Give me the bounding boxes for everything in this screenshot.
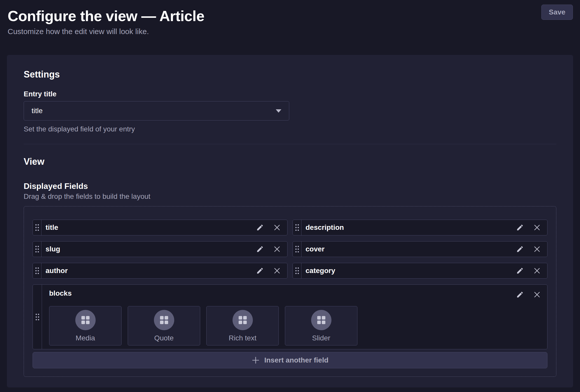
grid-2x2-icon (154, 310, 174, 330)
component-card-media[interactable]: Media (49, 306, 122, 345)
component-card-rich-text[interactable]: Rich text (206, 306, 279, 345)
insert-another-field-label: Insert another field (264, 356, 328, 364)
fields-grid: title description (33, 220, 547, 349)
view-heading: View (24, 156, 556, 167)
field-card-slug[interactable]: slug (33, 241, 287, 257)
field-card-category[interactable]: category (293, 263, 547, 279)
entry-title-select-value: title (32, 107, 276, 115)
component-label: Media (76, 334, 95, 342)
plus-icon (252, 356, 260, 364)
page-subtitle: Customize how the edit view will look li… (8, 27, 573, 36)
field-card-label: cover (301, 242, 516, 257)
field-card-label: blocks (49, 289, 541, 297)
field-card-actions (516, 263, 547, 278)
field-card-author[interactable]: author (33, 263, 287, 279)
component-label: Rich text (229, 334, 256, 342)
blocks-body: blocks Media Quote (42, 285, 547, 349)
drag-handle-icon[interactable] (33, 220, 41, 235)
section-divider (24, 144, 556, 144)
field-card-label: slug (41, 242, 256, 257)
configure-view-panel: Settings Entry title title Set the displ… (7, 55, 573, 387)
field-card-label: author (41, 263, 256, 278)
edit-field-button[interactable] (516, 291, 524, 298)
field-card-actions (516, 291, 541, 298)
remove-field-button[interactable] (273, 267, 281, 274)
edit-field-button[interactable] (516, 224, 524, 231)
field-card-title[interactable]: title (33, 220, 287, 235)
remove-field-button[interactable] (533, 224, 541, 231)
drag-handle-icon[interactable] (33, 263, 41, 278)
remove-field-button[interactable] (273, 224, 281, 231)
component-label: Quote (154, 334, 173, 342)
page-header: Configure the view — Article Customize h… (0, 0, 580, 36)
fields-dropzone: title description (24, 206, 556, 377)
component-card-quote[interactable]: Quote (128, 306, 200, 345)
settings-heading: Settings (24, 69, 556, 80)
drag-handle-icon[interactable] (33, 242, 41, 257)
field-card-actions (256, 220, 287, 235)
edit-field-button[interactable] (256, 267, 264, 275)
field-card-actions (516, 242, 547, 257)
page-title: Configure the view — Article (8, 7, 573, 25)
remove-field-button[interactable] (533, 246, 541, 253)
field-card-description[interactable]: description (293, 220, 547, 235)
chevron-down-icon (276, 109, 281, 113)
field-card-blocks[interactable]: blocks Media Quote (33, 284, 547, 349)
field-card-label: description (301, 220, 516, 235)
displayed-fields-hint: Drag & drop the fields to build the layo… (24, 192, 556, 201)
save-button[interactable]: Save (541, 5, 573, 20)
insert-another-field-button[interactable]: Insert another field (33, 352, 547, 368)
drag-handle-icon[interactable] (293, 220, 301, 235)
field-card-actions (256, 242, 287, 257)
entry-title-label: Entry title (24, 90, 556, 98)
entry-title-hint: Set the displayed field of your entry (24, 125, 556, 133)
grid-2x2-icon (311, 310, 331, 330)
component-card-slider[interactable]: Slider (285, 306, 357, 345)
drag-handle-icon[interactable] (33, 285, 42, 349)
component-label: Slider (312, 334, 330, 342)
displayed-fields-label: Displayed Fields (24, 181, 556, 191)
edit-field-button[interactable] (256, 245, 264, 253)
field-card-cover[interactable]: cover (293, 241, 547, 257)
edit-field-button[interactable] (516, 267, 524, 275)
edit-field-button[interactable] (256, 224, 264, 231)
drag-handle-icon[interactable] (293, 242, 301, 257)
grid-2x2-icon (75, 310, 96, 330)
drag-handle-icon[interactable] (293, 263, 301, 278)
field-card-label: title (41, 220, 256, 235)
field-card-label: category (301, 263, 516, 278)
field-card-actions (256, 263, 287, 278)
field-card-actions (516, 220, 547, 235)
remove-field-button[interactable] (533, 291, 541, 298)
edit-field-button[interactable] (516, 245, 524, 253)
remove-field-button[interactable] (273, 246, 281, 253)
grid-2x2-icon (233, 310, 253, 330)
components-row: Media Quote Rich text (49, 306, 541, 345)
entry-title-select[interactable]: title (24, 101, 289, 120)
remove-field-button[interactable] (533, 267, 541, 274)
